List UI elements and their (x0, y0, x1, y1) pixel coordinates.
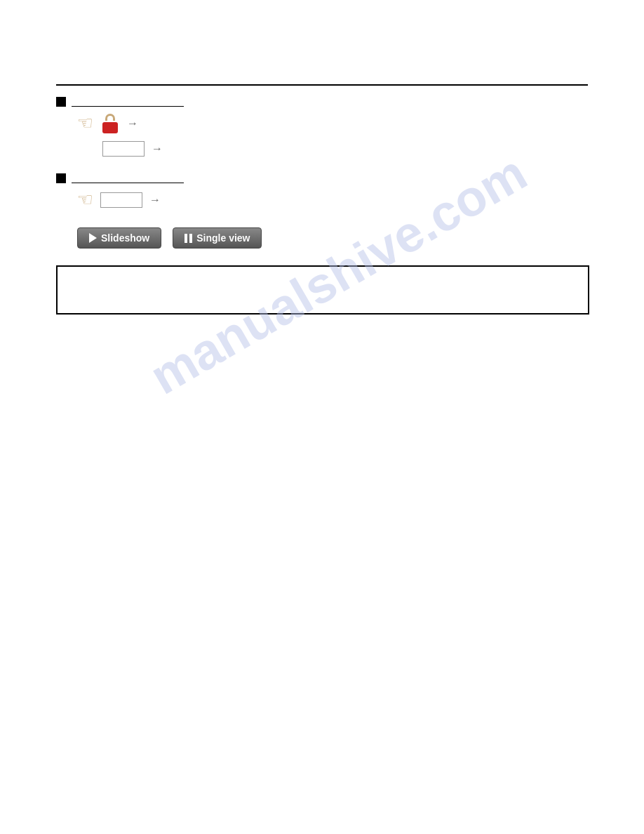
pause-bar-2 (189, 234, 192, 243)
section-2-row-1: ☞ → (77, 189, 588, 211)
lock-shackle (105, 114, 115, 121)
section-1-header (56, 97, 588, 107)
section-2: ☞ → (56, 173, 588, 211)
info-box (56, 265, 589, 315)
section-2-underline (72, 173, 184, 183)
single-view-label: Single view (196, 232, 250, 244)
section-1-row-1: ☞ → (77, 112, 588, 134)
hand-icon-1: ☞ (77, 112, 93, 134)
top-divider (56, 84, 588, 86)
section-1-underline (72, 97, 184, 107)
arrow-1[interactable]: → (127, 117, 138, 130)
hand-icon-2: ☞ (77, 189, 93, 211)
section-2-header (56, 173, 588, 183)
play-icon (89, 233, 97, 243)
lock-body (102, 122, 118, 133)
input-box-2[interactable] (100, 192, 142, 208)
buttons-row: Slideshow Single view (77, 227, 588, 249)
slideshow-button[interactable]: Slideshow (77, 227, 161, 249)
slideshow-label: Slideshow (101, 232, 149, 244)
section-1-row-2: → (77, 141, 588, 157)
main-container: ☞ → → ☞ → Slideshow (0, 0, 644, 343)
section-1: ☞ → → (56, 97, 588, 157)
lock-icon (100, 114, 120, 133)
section-2-bullet (56, 173, 66, 183)
arrow-3[interactable]: → (149, 194, 161, 206)
arrow-2[interactable]: → (152, 143, 163, 155)
input-box-1[interactable] (102, 141, 145, 157)
pause-icon (185, 234, 192, 243)
pause-bar-1 (185, 234, 187, 243)
single-view-button[interactable]: Single view (173, 227, 262, 249)
section-1-bullet (56, 97, 66, 107)
